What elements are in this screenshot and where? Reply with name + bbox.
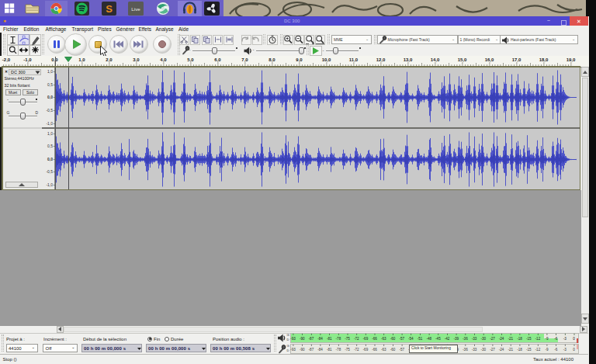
svg-text:-18: -18	[517, 348, 522, 352]
svg-text:-60: -60	[390, 348, 396, 352]
svg-text:-12: -12	[535, 337, 541, 341]
svg-text:-63: -63	[381, 337, 386, 341]
svg-text:-24: -24	[499, 337, 504, 341]
svg-text:-33: -33	[472, 337, 477, 341]
svg-text:-78: -78	[336, 337, 341, 341]
svg-text:-57: -57	[399, 337, 404, 341]
svg-text:-3: -3	[563, 337, 567, 341]
svg-text:-66: -66	[372, 348, 377, 352]
svg-text:-24: -24	[499, 348, 504, 352]
svg-text:-18: -18	[517, 337, 522, 341]
svg-text:-30: -30	[480, 348, 486, 352]
svg-text:-63: -63	[381, 348, 386, 352]
svg-text:-39: -39	[453, 348, 459, 352]
svg-text:S: S	[106, 3, 113, 15]
svg-text:-81: -81	[327, 348, 332, 352]
svg-text:-54: -54	[408, 337, 414, 341]
svg-text:0: 0	[573, 337, 575, 341]
svg-text:-66: -66	[372, 337, 377, 341]
svg-text:-69: -69	[363, 348, 369, 352]
svg-text:-90: -90	[300, 348, 305, 352]
svg-text:-57: -57	[399, 348, 404, 352]
svg-text:-21: -21	[508, 337, 513, 341]
svg-text:-87: -87	[309, 348, 314, 352]
svg-text:-54: -54	[408, 348, 414, 352]
svg-text:-72: -72	[354, 337, 359, 341]
svg-text:-33: -33	[472, 348, 477, 352]
svg-text:-30: -30	[480, 337, 486, 341]
svg-text:-42: -42	[445, 337, 450, 341]
svg-text:-6: -6	[554, 348, 558, 352]
svg-text:-60: -60	[390, 337, 396, 341]
svg-text:-9: -9	[545, 337, 549, 341]
svg-text:-39: -39	[453, 337, 459, 341]
svg-text:-78: -78	[336, 348, 341, 352]
svg-text:-48: -48	[426, 348, 431, 352]
svg-text:Live: Live	[131, 6, 140, 12]
svg-text:-48: -48	[426, 337, 431, 341]
svg-text:-45: -45	[435, 337, 441, 341]
svg-text:-51: -51	[418, 348, 423, 352]
svg-text:-84: -84	[317, 337, 323, 341]
svg-text:-93: -93	[290, 337, 296, 341]
svg-text:-45: -45	[435, 348, 441, 352]
svg-text:-36: -36	[463, 348, 468, 352]
svg-text:-3: -3	[563, 348, 567, 352]
svg-text:-27: -27	[490, 348, 495, 352]
svg-text:0: 0	[573, 348, 575, 352]
svg-text:-15: -15	[526, 348, 532, 352]
svg-text:-12: -12	[535, 348, 541, 352]
svg-text:-36: -36	[463, 337, 468, 341]
svg-text:-72: -72	[354, 348, 359, 352]
svg-text:-75: -75	[345, 348, 350, 352]
svg-text:-27: -27	[490, 337, 495, 341]
svg-text:-15: -15	[526, 337, 532, 341]
svg-text:-69: -69	[363, 337, 369, 341]
svg-text:-42: -42	[445, 348, 450, 352]
svg-text:-93: -93	[290, 348, 296, 352]
svg-text:-75: -75	[345, 337, 350, 341]
svg-text:-84: -84	[317, 348, 323, 352]
svg-text:-87: -87	[309, 337, 314, 341]
svg-text:-6: -6	[554, 337, 558, 341]
svg-text:-51: -51	[418, 337, 423, 341]
svg-text:-90: -90	[300, 337, 305, 341]
svg-text:-21: -21	[508, 348, 513, 352]
svg-text:-81: -81	[327, 337, 332, 341]
svg-text:-9: -9	[545, 348, 549, 352]
